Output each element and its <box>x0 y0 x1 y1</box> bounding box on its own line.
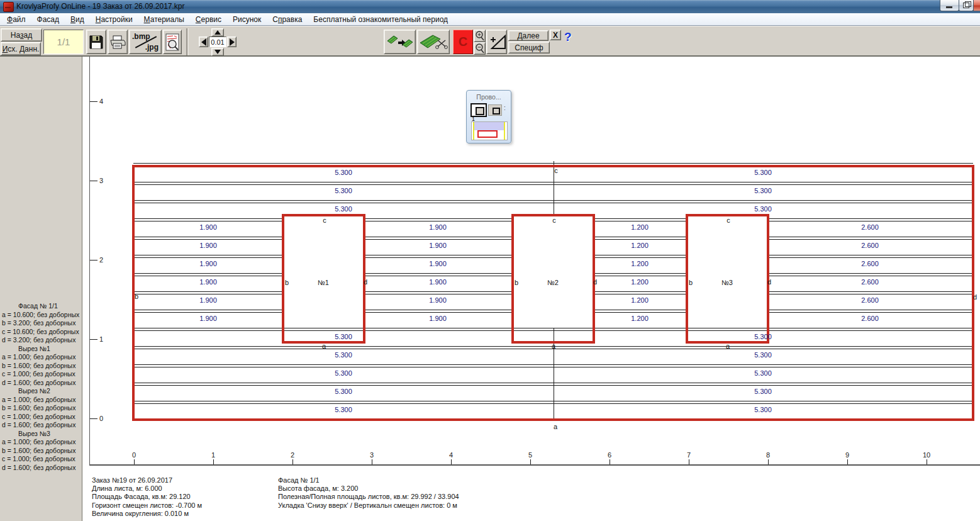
minimize-icon <box>946 6 952 8</box>
preview-facade-area <box>474 122 504 130</box>
facade-dimension-line: c = 1.000; без доборных <box>2 413 82 422</box>
menu-bar: Файл Фасад Вид Настройки Материалы Серви… <box>0 13 980 26</box>
status-block-left: Заказ №19 от 26.09.2017Длина листа, м: 6… <box>92 476 202 518</box>
zoom-out-icon <box>475 43 484 53</box>
step-value-field[interactable]: 0.01 <box>209 36 226 47</box>
zoom-in-button[interactable] <box>474 30 486 42</box>
zoom-out-button[interactable] <box>474 42 486 55</box>
floppy-icon <box>89 35 104 50</box>
palette-overflow-dots[interactable]: : <box>504 104 506 111</box>
palette-button-roof[interactable] <box>488 104 502 116</box>
menu-item-service[interactable]: Сервис <box>190 14 227 25</box>
facade-dimension-line: d = 3.200; без доборных <box>2 336 82 345</box>
window-title: KrovlyaProfy OnLine - 19 Заказ от 26.09.… <box>16 2 185 11</box>
spec-button[interactable]: Специф <box>508 42 550 53</box>
drawing-canvas[interactable] <box>84 57 980 521</box>
menu-item-settings[interactable]: Настройки <box>90 14 138 25</box>
horizontal-ruler-line <box>89 464 980 466</box>
sheet-move-icon <box>386 33 414 51</box>
status-line: Заказ №19 от 26.09.2017 <box>92 476 202 485</box>
jpg-label: .jpg <box>145 43 159 52</box>
step-left-button[interactable] <box>199 36 208 47</box>
status-line: Фасад № 1/1 <box>278 476 459 485</box>
facade-dimension-line: c = 10.600; без доборных <box>2 328 82 337</box>
help-icon[interactable]: ? <box>564 30 572 44</box>
palette-title: Прово... <box>467 93 511 101</box>
palette-preview-thumbnail[interactable] <box>471 121 508 140</box>
color-c-button[interactable]: C <box>453 30 473 54</box>
roof-square-icon <box>493 108 500 115</box>
save-button[interactable] <box>86 30 106 54</box>
status-line: Высота фасада, м: 3.200 <box>278 485 459 493</box>
facade-section-header: Вырез №3 <box>2 430 82 439</box>
preview-right-edge <box>504 122 505 140</box>
slope-tool-button[interactable] <box>486 30 507 54</box>
facade-dimension-line: c = 1.000; без доборных <box>2 455 82 464</box>
maximize-icon <box>963 3 969 8</box>
close-tool-button[interactable]: X <box>550 30 561 40</box>
preview-selection-rect <box>477 130 498 138</box>
palette-button-facades[interactable] <box>471 103 487 117</box>
status-line: Полезная/Полная площадь листов, кв.м: 29… <box>278 493 459 501</box>
arrow-right-icon <box>230 38 235 46</box>
sheet-move-button[interactable] <box>384 30 416 54</box>
facade-dimension-line: c = 1.000; без доборных <box>2 370 82 379</box>
palette-window[interactable]: Прово... : 1 <box>466 90 511 143</box>
facade-section-header: Вырез №2 <box>2 387 82 396</box>
printer-icon <box>109 35 126 50</box>
status-line: Площадь Фасада, кв.м: 29.120 <box>92 493 202 501</box>
arrow-up-icon <box>214 30 221 35</box>
menu-item-materials[interactable]: Материалы <box>138 14 190 25</box>
print-button[interactable] <box>108 30 128 54</box>
menu-item-help[interactable]: Справка <box>267 14 308 25</box>
page-indicator-field[interactable]: 1/1 <box>43 30 84 54</box>
title-bar: KrovlyaProfy OnLine - 19 Заказ от 26.09.… <box>0 0 980 14</box>
facade-dimension-line: a = 1.000; без доборных <box>2 438 82 447</box>
zoom-in-icon <box>475 31 484 41</box>
menu-item-view[interactable]: Вид <box>65 14 90 25</box>
facade-dimension-line: b = 1.600; без доборных <box>2 404 82 413</box>
maximize-button[interactable] <box>959 0 974 11</box>
vertical-ruler-line <box>89 57 90 465</box>
status-line: Укладка 'Снизу вверх' / Вертикальн смеще… <box>278 501 459 510</box>
facade-section-header: Фасад № 1/1 <box>2 302 82 311</box>
status-block-right: Фасад № 1/1Высота фасада, м: 3.200Полезн… <box>278 476 459 510</box>
toolbar-separator <box>186 28 189 55</box>
close-button[interactable] <box>973 0 980 11</box>
source-data-button[interactable]: Исх. Данн. <box>1 42 41 55</box>
facade-dimension-line: a = 1.000; без доборных <box>2 353 82 362</box>
menu-item-drawing[interactable]: Рисунок <box>227 14 267 25</box>
application-window: KrovlyaProfy OnLine - 19 Заказ от 26.09.… <box>0 0 980 521</box>
sheet-cut-icon <box>419 33 448 52</box>
facade-dimension-line: a = 10.600; без доборных <box>2 311 82 320</box>
facade-section-header: Вырез №1 <box>2 345 82 354</box>
next-button[interactable]: Далее <box>508 30 548 41</box>
bmp-jpg-export-button[interactable]: .bmp .jpg <box>129 30 162 54</box>
facade-dimension-line: d = 1.600; без доборных <box>2 379 82 388</box>
facade-square-icon <box>476 107 484 115</box>
preview-button[interactable] <box>163 30 182 54</box>
menu-item-file[interactable]: Файл <box>1 14 31 25</box>
facade-info-text: Фасад № 1/1a = 10.600; без доборныхb = 3… <box>2 302 82 472</box>
arrow-down-icon <box>214 50 221 54</box>
minimize-button[interactable] <box>940 0 959 11</box>
facade-dimension-line: b = 3.200; без доборных <box>2 319 82 328</box>
facade-dimension-line: d = 1.600; без доборных <box>2 464 82 473</box>
facade-dimension-line: b = 1.600; без доборных <box>2 362 82 371</box>
sheet-cut-button[interactable] <box>417 30 450 54</box>
status-line: Величина округления: 0.010 м <box>92 510 202 518</box>
plus-slope-icon <box>488 35 506 50</box>
facade-dimension-line: a = 1.000; без доборных <box>2 396 82 405</box>
menu-item-trial-period[interactable]: Бесплатный ознакомительный период <box>308 14 454 25</box>
status-line: Горизонт смещен листов: -0.700 м <box>92 501 202 510</box>
facade-dimension-line: d = 1.600; без доборных <box>2 421 82 430</box>
step-down-button[interactable] <box>211 48 224 56</box>
app-icon <box>3 2 14 12</box>
menu-item-facade[interactable]: Фасад <box>31 14 65 25</box>
back-button[interactable]: Назад <box>1 28 42 42</box>
step-right-button[interactable] <box>227 36 237 47</box>
status-line: Длина листа, м: 6.000 <box>92 485 202 493</box>
step-up-button[interactable] <box>211 28 224 36</box>
facade-dimension-line: b = 1.600; без доборных <box>2 447 82 456</box>
toolbar: Назад Исх. Данн. 1/1 .bmp .jpg <box>0 26 980 57</box>
